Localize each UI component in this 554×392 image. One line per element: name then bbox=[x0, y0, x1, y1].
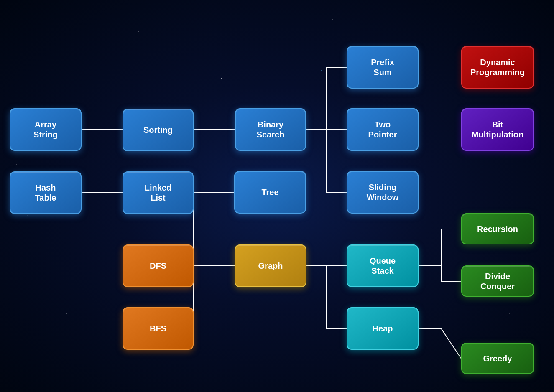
node-dynamic_programming[interactable]: DynamicProgramming bbox=[461, 46, 534, 89]
node-array_string[interactable]: ArrayString bbox=[10, 108, 82, 151]
node-tree[interactable]: Tree bbox=[234, 171, 306, 214]
node-bit_manipulation[interactable]: BitMultipulation bbox=[461, 108, 534, 151]
node-divide_conquer[interactable]: DivideConquer bbox=[461, 265, 534, 297]
node-bfs[interactable]: BFS bbox=[123, 307, 194, 350]
svg-line-26 bbox=[441, 328, 461, 359]
node-hash_table[interactable]: HashTable bbox=[10, 171, 82, 214]
node-dfs[interactable]: DFS bbox=[123, 244, 194, 287]
node-recursion[interactable]: Recursion bbox=[461, 213, 534, 244]
node-greedy[interactable]: Greedy bbox=[461, 343, 534, 374]
node-prefix_sum[interactable]: PrefixSum bbox=[347, 46, 419, 89]
node-binary_search[interactable]: BinarySearch bbox=[235, 108, 306, 151]
node-linked_list[interactable]: LinkedList bbox=[123, 171, 194, 214]
node-heap[interactable]: Heap bbox=[347, 307, 419, 350]
node-sliding_window[interactable]: SlidingWindow bbox=[347, 171, 419, 214]
node-sorting[interactable]: Sorting bbox=[123, 109, 194, 151]
node-two_pointer[interactable]: TwoPointer bbox=[347, 108, 419, 151]
node-graph[interactable]: Graph bbox=[235, 244, 306, 287]
node-queue_stack[interactable]: QueueStack bbox=[347, 244, 419, 287]
